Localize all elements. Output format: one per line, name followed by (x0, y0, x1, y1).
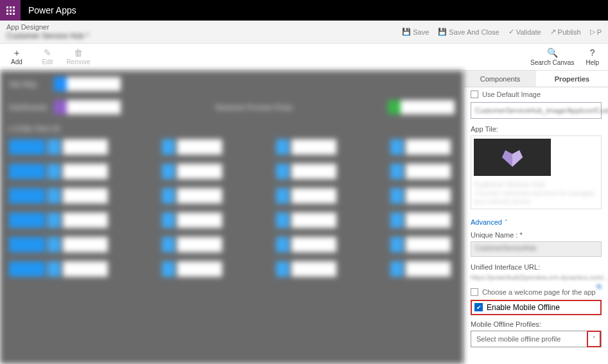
search-canvas-button[interactable]: 🔍Search Canvas (530, 48, 574, 66)
app-tile-preview: Customer Service Hub A focused, interact… (471, 135, 602, 209)
mobile-offline-profiles-placeholder: Select mobile offline profile (476, 335, 560, 343)
save-and-close-button[interactable]: 💾 Save And Close (438, 28, 499, 36)
welcome-page-checkbox[interactable] (471, 288, 478, 296)
welcome-page-label: Choose a welcome page for the app (482, 288, 596, 296)
enable-mobile-offline-label: Enable Mobile Offline (487, 303, 560, 312)
tile-sub: A focused, interactive experience for ma… (474, 189, 598, 205)
unified-url-label: Unified Interface URL: (471, 263, 602, 271)
breadcrumb-bar: App Designer Customer Service Hub * 💾 Sa… (0, 21, 608, 44)
enable-mobile-offline-checkbox[interactable]: ✔ (474, 303, 483, 311)
copy-url-icon[interactable]: ⧉ (596, 282, 602, 291)
right-panel: Components Properties Use Default Image … (464, 71, 608, 364)
title-bar: Power Apps (0, 0, 608, 21)
help-button[interactable]: ?Help (586, 48, 599, 66)
edit-button: ✎Edit (36, 48, 59, 65)
advanced-toggle[interactable]: Advanced˄ (471, 218, 508, 226)
app-tile-label: App Tile: (471, 125, 602, 133)
product-name: Power Apps (21, 5, 76, 15)
save-button[interactable]: 💾 Save (402, 28, 429, 36)
unique-name-input: CustomerServiceHub (471, 241, 602, 257)
remove-button: 🗑Remove (67, 48, 90, 65)
chevron-down-icon[interactable]: ˅ (587, 331, 601, 347)
chevron-up-icon: ˄ (505, 219, 508, 225)
heart-icon (498, 144, 526, 170)
tile-title: Customer Service Hub (474, 180, 598, 189)
designer-canvas[interactable]: Site Map Dashboards Business Process Flo… (0, 71, 464, 364)
mobile-offline-profiles-label: Mobile Offline Profiles: (471, 320, 602, 328)
breadcrumb-app-name: Customer Service Hub * (6, 31, 89, 40)
unique-name-label: Unique Name : * (471, 231, 602, 239)
publish-button[interactable]: ↗ Publish (550, 28, 581, 36)
add-button[interactable]: ＋Add (5, 48, 28, 65)
image-select[interactable]: CustomerServiceHub_image/AppIcon/Custome… (471, 102, 602, 119)
validate-button[interactable]: ✓ Validate (508, 28, 541, 36)
tab-properties[interactable]: Properties (536, 71, 608, 87)
app-launcher-icon[interactable] (0, 0, 21, 21)
svg-marker-1 (512, 150, 523, 167)
toolbar: ＋Add ✎Edit 🗑Remove 🔍Search Canvas ?Help (0, 44, 608, 71)
use-default-image-label: Use Default Image (482, 91, 541, 98)
use-default-image-checkbox[interactable] (471, 91, 478, 98)
app-tile-image (474, 139, 551, 176)
enable-mobile-offline-highlight: ✔ Enable Mobile Offline (471, 300, 602, 315)
tab-components[interactable]: Components (464, 71, 536, 87)
breadcrumb-label: App Designer (6, 23, 89, 31)
mobile-offline-profiles-select[interactable]: Select mobile offline profile ˅ (471, 331, 602, 347)
play-button[interactable]: ▷ P (590, 28, 602, 36)
unified-url-value: https://powerbuild2preview.crm.dynamics.… (471, 273, 602, 282)
